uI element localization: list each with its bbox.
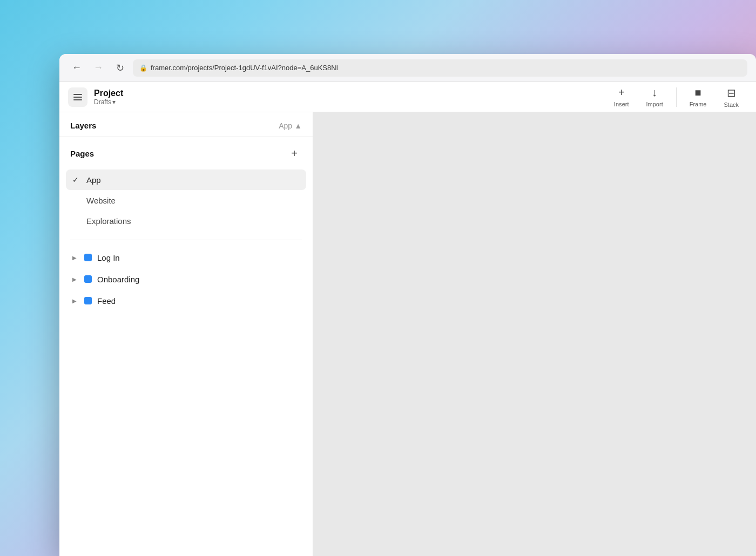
- layers-section-header: Layers App ▲: [59, 112, 313, 137]
- page-name-website: Website: [86, 196, 116, 205]
- sidebar: Layers App ▲ Pages +: [59, 112, 313, 556]
- layer-name-feed: Feed: [97, 296, 116, 306]
- frame-icon: ■: [695, 86, 701, 99]
- refresh-button[interactable]: ↻: [111, 59, 129, 77]
- page-list: ✓ App Website Explorations: [59, 167, 313, 238]
- layer-chevron-feed: ▶: [72, 298, 79, 304]
- layer-name-login: Log In: [97, 253, 120, 262]
- page-name-app: App: [86, 175, 101, 185]
- insert-icon: +: [618, 86, 625, 99]
- project-subtitle: Drafts ▾: [94, 98, 123, 106]
- forward-icon: →: [93, 62, 103, 73]
- layer-chevron-onboarding: ▶: [72, 276, 79, 282]
- app-header: Project Drafts ▾ + Insert ↓ Import: [59, 82, 756, 112]
- menu-line-1: [73, 94, 82, 95]
- insert-label: Insert: [614, 101, 629, 107]
- menu-button[interactable]: [68, 87, 87, 107]
- subtitle-chevron: ▾: [112, 98, 116, 106]
- back-button[interactable]: ←: [68, 59, 85, 77]
- layers-context[interactable]: App ▲: [279, 121, 302, 130]
- frame-label: Frame: [690, 101, 707, 107]
- import-button[interactable]: ↓ Import: [638, 82, 672, 112]
- project-info: Project Drafts ▾: [94, 88, 123, 106]
- layer-list: ▶ Log In ▶ Onboarding ▶ Feed: [59, 242, 313, 316]
- main-layout: Layers App ▲ Pages +: [59, 112, 756, 556]
- menu-line-2: [73, 97, 82, 98]
- url-text: framer.com/projects/Project-1gdUV-f1vAI?…: [151, 64, 338, 72]
- stack-icon: ⊟: [727, 86, 736, 99]
- stack-label: Stack: [724, 101, 739, 108]
- project-title: Project: [94, 88, 123, 98]
- app-content: Project Drafts ▾ + Insert ↓ Import: [59, 82, 756, 556]
- refresh-icon: ↻: [116, 62, 124, 74]
- back-icon: ←: [72, 62, 82, 73]
- header-actions: + Insert ↓ Import ■ Frame ⊟ Stack: [605, 82, 747, 112]
- frame-button[interactable]: ■ Frame: [681, 82, 716, 112]
- layers-context-chevron: ▲: [294, 121, 302, 130]
- import-icon: ↓: [652, 86, 657, 99]
- list-divider: [70, 240, 302, 240]
- pages-add-button[interactable]: +: [287, 146, 302, 161]
- layer-item-login[interactable]: ▶ Log In: [66, 247, 306, 268]
- page-item-website[interactable]: Website: [66, 190, 306, 211]
- browser-window: ← → ↻ 🔒 framer.com/projects/Project-1gdU…: [59, 54, 756, 556]
- header-divider: [676, 87, 677, 107]
- layer-color-onboarding: [84, 275, 92, 283]
- layer-item-feed[interactable]: ▶ Feed: [66, 290, 306, 311]
- layer-name-onboarding: Onboarding: [97, 275, 139, 284]
- pages-add-icon: +: [291, 147, 298, 160]
- lock-icon: 🔒: [139, 64, 147, 72]
- layers-context-text: App: [279, 121, 292, 130]
- page-item-app[interactable]: ✓ App: [66, 169, 306, 190]
- layer-item-onboarding[interactable]: ▶ Onboarding: [66, 268, 306, 290]
- forward-button[interactable]: →: [90, 59, 107, 77]
- canvas-area[interactable]: [313, 112, 756, 556]
- pages-title: Pages: [70, 149, 94, 158]
- menu-line-3: [73, 99, 82, 100]
- page-name-explorations: Explorations: [86, 216, 131, 226]
- import-label: Import: [646, 101, 663, 107]
- insert-button[interactable]: + Insert: [605, 82, 638, 112]
- page-item-explorations[interactable]: Explorations: [66, 211, 306, 231]
- browser-toolbar: ← → ↻ 🔒 framer.com/projects/Project-1gdU…: [59, 54, 756, 82]
- layer-chevron-login: ▶: [72, 255, 79, 261]
- layer-color-feed: [84, 297, 92, 304]
- layer-color-login: [84, 254, 92, 261]
- page-check-icon: ✓: [72, 175, 81, 184]
- stack-button[interactable]: ⊟ Stack: [715, 82, 747, 112]
- address-bar[interactable]: 🔒 framer.com/projects/Project-1gdUV-f1vA…: [133, 59, 747, 77]
- layers-title: Layers: [70, 121, 96, 130]
- pages-section-header: Pages +: [59, 137, 313, 167]
